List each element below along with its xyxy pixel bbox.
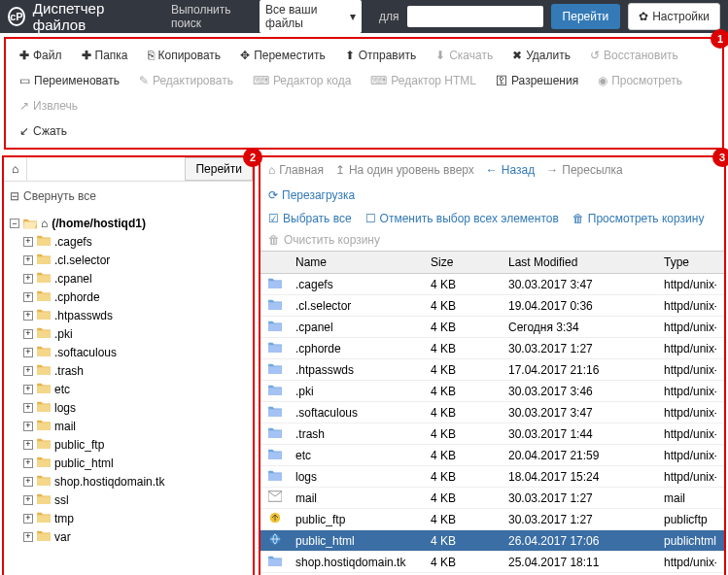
expand-toggle-icon[interactable]: + bbox=[23, 311, 33, 321]
expand-toggle-icon[interactable]: + bbox=[23, 495, 33, 505]
col-modified[interactable]: Last Modified bbox=[508, 255, 664, 269]
expand-toggle-icon[interactable]: + bbox=[23, 385, 33, 394]
row-type: httpd/unix- bbox=[664, 299, 716, 313]
compress-button[interactable]: ↙Сжать bbox=[10, 118, 77, 144]
expand-toggle-icon[interactable]: + bbox=[23, 458, 33, 468]
extract-button[interactable]: ↗Извлечь bbox=[10, 93, 87, 118]
upload-button[interactable]: ⬆Отправить bbox=[335, 43, 427, 68]
tree-node-label: .cagefs bbox=[54, 235, 92, 249]
new-folder-button[interactable]: ✚Папка bbox=[72, 43, 138, 68]
table-row[interactable]: logs4 KB18.04.2017 15:24httpd/unix- bbox=[260, 466, 724, 488]
expand-toggle-icon[interactable]: + bbox=[23, 255, 33, 265]
table-row[interactable]: shop.hostiqdomain.tk4 KB25.04.2017 18:11… bbox=[260, 552, 724, 573]
search-go-button[interactable]: Перейти bbox=[551, 4, 621, 29]
tree-node[interactable]: +.pki bbox=[23, 324, 247, 343]
nav-up-label: На один уровень вверх bbox=[349, 163, 474, 177]
tree-node[interactable]: +ssl bbox=[23, 490, 247, 509]
view-button[interactable]: ◉Просмотреть bbox=[588, 68, 692, 93]
plus-icon: ✚ bbox=[19, 49, 29, 62]
table-row[interactable]: .cphorde4 KB30.03.2017 1:27httpd/unix- bbox=[260, 338, 724, 359]
row-name: .htpasswds bbox=[295, 363, 431, 377]
col-type[interactable]: Type bbox=[664, 255, 716, 269]
permissions-button[interactable]: ⚿Разрешения bbox=[486, 68, 588, 93]
expand-toggle-icon[interactable]: + bbox=[23, 292, 33, 302]
move-button[interactable]: ✥Переместить bbox=[230, 43, 335, 68]
path-go-button[interactable]: Перейти bbox=[185, 157, 253, 181]
col-size[interactable]: Size bbox=[431, 255, 508, 269]
tree-node[interactable]: +public_html bbox=[23, 454, 247, 472]
tree-root[interactable]: − ⌂ (/home/hostiqd1) bbox=[10, 215, 247, 232]
expand-toggle-icon[interactable]: + bbox=[23, 532, 33, 542]
html-icon: ⌨ bbox=[370, 74, 387, 87]
tree-node[interactable]: +.softaculous bbox=[23, 343, 247, 361]
col-name[interactable]: Name bbox=[295, 255, 431, 269]
nav-back[interactable]: ←Назад bbox=[486, 163, 535, 177]
collapse-all-button[interactable]: ⊟ Свернуть все bbox=[4, 182, 253, 211]
expand-toggle-icon[interactable]: + bbox=[23, 403, 33, 413]
empty-trash-button[interactable]: 🗑Очистить корзину bbox=[260, 229, 724, 251]
tree-node[interactable]: +.htpasswds bbox=[23, 306, 247, 324]
folder-icon bbox=[37, 474, 51, 489]
row-icon bbox=[268, 362, 295, 377]
expand-toggle-icon[interactable]: + bbox=[23, 348, 33, 357]
path-input[interactable] bbox=[27, 157, 185, 181]
nav-reload[interactable]: ⟳Перезагрузка bbox=[268, 188, 355, 202]
collapse-toggle-icon[interactable]: − bbox=[10, 219, 19, 228]
tree-node[interactable]: +tmp bbox=[23, 509, 247, 527]
view-trash-button[interactable]: 🗑Просмотреть корзину bbox=[572, 212, 705, 225]
table-row[interactable]: mail4 KB30.03.2017 1:27mail bbox=[260, 488, 724, 509]
edit-button[interactable]: ✎Редактировать bbox=[129, 68, 243, 93]
tree-node[interactable]: +mail bbox=[23, 417, 247, 435]
table-row[interactable]: .pki4 KB30.03.2017 3:46httpd/unix- bbox=[260, 381, 724, 402]
table-row[interactable]: .cpanel4 KBСегодня 3:34httpd/unix- bbox=[260, 317, 724, 338]
tree-node[interactable]: +var bbox=[23, 527, 247, 546]
restore-button[interactable]: ↺Восстановить bbox=[580, 43, 688, 68]
nav-forward[interactable]: →Пересылка bbox=[546, 163, 622, 177]
delete-button[interactable]: ✖Удалить bbox=[503, 43, 580, 68]
table-row[interactable]: .cl.selector4 KB19.04.2017 0:36httpd/uni… bbox=[260, 295, 724, 317]
table-row[interactable]: public_html4 KB26.04.2017 17:06publichtm… bbox=[260, 530, 724, 552]
expand-toggle-icon[interactable]: + bbox=[23, 422, 33, 431]
row-name: etc bbox=[295, 449, 431, 462]
table-row[interactable]: .softaculous4 KB30.03.2017 3:47httpd/uni… bbox=[260, 402, 724, 423]
tree-node[interactable]: +.cpanel bbox=[23, 269, 247, 288]
table-row[interactable]: .cagefs4 KB30.03.2017 3:47httpd/unix- bbox=[260, 274, 724, 295]
nav-home[interactable]: ⌂Главная bbox=[268, 163, 324, 177]
deselect-all-button[interactable]: ☐Отменить выбор всех элементов bbox=[365, 212, 559, 225]
table-row[interactable]: .trash4 KB30.03.2017 1:44httpd/unix- bbox=[260, 423, 724, 445]
expand-toggle-icon[interactable]: + bbox=[23, 366, 33, 376]
table-row[interactable]: .htpasswds4 KB17.04.2017 21:16httpd/unix… bbox=[260, 359, 724, 381]
download-button[interactable]: ⬇Скачать bbox=[426, 43, 503, 68]
expand-toggle-icon[interactable]: + bbox=[23, 477, 33, 487]
tree-node[interactable]: +etc bbox=[23, 380, 247, 398]
home-button[interactable]: ⌂ bbox=[4, 157, 27, 181]
expand-toggle-icon[interactable]: + bbox=[23, 440, 33, 450]
expand-toggle-icon[interactable]: + bbox=[23, 514, 33, 524]
copy-button[interactable]: ⎘Копировать bbox=[138, 43, 231, 68]
search-scope-select[interactable]: Все ваши файлы ▾ bbox=[260, 0, 362, 33]
tree-node[interactable]: +shop.hostiqdomain.tk bbox=[23, 472, 247, 490]
expand-toggle-icon[interactable]: + bbox=[23, 329, 33, 339]
expand-toggle-icon[interactable]: + bbox=[23, 274, 33, 284]
nav-up[interactable]: ↥На один уровень вверх bbox=[335, 163, 474, 177]
row-icon bbox=[268, 490, 295, 505]
tree-node[interactable]: +.trash bbox=[23, 361, 247, 380]
new-file-button[interactable]: ✚Файл bbox=[10, 43, 72, 68]
tree-node[interactable]: +logs bbox=[23, 398, 247, 417]
folder-icon bbox=[37, 253, 51, 267]
folder-icon bbox=[37, 492, 51, 507]
table-row[interactable]: etc4 KB20.04.2017 21:59httpd/unix- bbox=[260, 445, 724, 466]
tree-node[interactable]: +.cagefs bbox=[23, 232, 247, 251]
html-editor-button[interactable]: ⌨Редактор HTML bbox=[361, 68, 486, 93]
table-row[interactable]: public_ftp4 KB30.03.2017 1:27publicftp bbox=[260, 509, 724, 530]
rename-button[interactable]: ▭Переименовать bbox=[10, 68, 129, 93]
row-size: 4 KB bbox=[431, 278, 508, 291]
expand-toggle-icon[interactable]: + bbox=[23, 237, 33, 247]
code-editor-button[interactable]: ⌨Редактор кода bbox=[243, 68, 361, 93]
tree-node[interactable]: +public_ftp bbox=[23, 435, 247, 454]
settings-button[interactable]: ✿ Настройки bbox=[628, 3, 720, 30]
search-input[interactable] bbox=[407, 6, 543, 27]
tree-node[interactable]: +.cphorde bbox=[23, 288, 247, 306]
tree-node[interactable]: +.cl.selector bbox=[23, 251, 247, 269]
select-all-button[interactable]: ☑Выбрать все bbox=[268, 212, 352, 225]
